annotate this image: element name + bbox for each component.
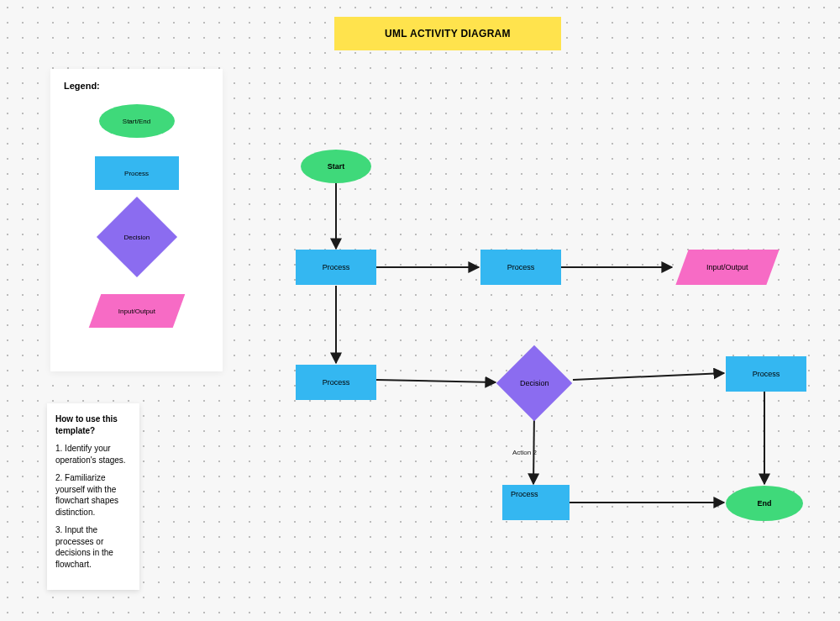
howto-step3: 3. Input the processes or decisions in t…: [55, 524, 131, 570]
node-start[interactable]: Start: [301, 150, 371, 183]
node-label-p1: Process: [323, 263, 350, 271]
node-label-start: Start: [328, 162, 345, 171]
legend-label-io: Input/Output: [118, 308, 155, 315]
svg-line-6: [533, 412, 534, 484]
legend-panel: Legend: Start/End Process Decision Input…: [50, 69, 223, 371]
node-decision[interactable]: Decision: [496, 345, 573, 422]
howto-step2: 2. Familiarize yourself with the flowcha…: [55, 472, 131, 518]
rect-icon: Process: [95, 156, 179, 190]
legend-item-process: Process: [64, 156, 209, 190]
node-end[interactable]: End: [726, 486, 803, 521]
howto-heading: How to use this template?: [55, 413, 131, 436]
node-label-p4: Process: [753, 370, 780, 378]
node-label-p2: Process: [507, 263, 535, 271]
node-label-decision: Decision: [520, 379, 549, 387]
ellipse-icon: Start/End: [99, 104, 175, 138]
howto-step1: 1. Identify your operation's stages.: [55, 443, 131, 466]
legend-label-startend: Start/End: [123, 118, 150, 125]
node-io1[interactable]: Input/Output: [675, 250, 779, 285]
legend-label-decision: Decision: [123, 234, 150, 241]
svg-line-5: [573, 373, 724, 380]
node-label-end: End: [758, 499, 772, 508]
legend-item-startend: Start/End: [64, 104, 209, 138]
parallelogram-icon: Input/Output: [88, 294, 185, 328]
edge-label-action2: Action 2: [512, 449, 537, 456]
legend-label-process: Process: [124, 170, 149, 177]
svg-line-4: [376, 380, 496, 382]
node-p5[interactable]: Process: [502, 485, 570, 520]
node-label-p3: Process: [323, 378, 350, 387]
legend-item-decision: Decision: [64, 208, 209, 266]
node-p4[interactable]: Process: [726, 356, 806, 392]
node-p1[interactable]: Process: [296, 250, 376, 285]
node-p2[interactable]: Process: [480, 250, 561, 285]
diamond-icon: Decision: [96, 197, 176, 277]
node-label-io1: Input/Output: [706, 263, 748, 271]
node-p3[interactable]: Process: [296, 365, 376, 400]
legend-item-io: Input/Output: [64, 294, 209, 328]
legend-heading: Legend:: [64, 81, 209, 91]
node-label-p5: Process: [511, 490, 538, 498]
diagram-title: UML ACTIVITY DIAGRAM: [334, 17, 561, 50]
howto-panel: How to use this template? 1. Identify yo…: [47, 403, 139, 590]
